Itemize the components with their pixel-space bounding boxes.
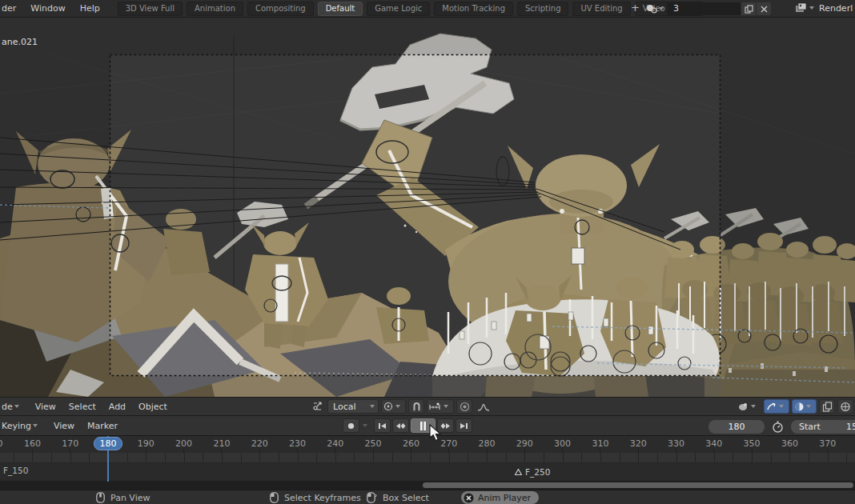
hint-select-keyframes: Select Keyframes — [270, 492, 361, 503]
ruler-frame-label: 300 — [548, 438, 577, 449]
ruler-frame-label: 210 — [207, 438, 236, 449]
ruler-frame-label: 280 — [472, 438, 501, 449]
layout-tab[interactable]: UV Editing — [572, 2, 630, 16]
mouse-middle-icon — [96, 492, 105, 503]
delete-scene-button[interactable] — [756, 2, 771, 15]
record-button[interactable] — [343, 418, 359, 433]
strip-grid-line — [165, 453, 166, 463]
prev-keyframe-button[interactable] — [392, 418, 409, 433]
orientation-select[interactable]: Local — [327, 399, 379, 414]
keyframe-strip[interactable] — [0, 453, 855, 463]
strip-grid-line — [600, 453, 601, 463]
strip-grid-line — [638, 453, 639, 463]
clock-icon[interactable] — [769, 419, 786, 434]
strip-grid-line — [241, 453, 242, 463]
copy-buffer-icon[interactable] — [819, 399, 835, 414]
strip-grid-line — [184, 453, 185, 463]
layout-tab[interactable]: Motion Tracking — [434, 2, 513, 16]
layout-tab[interactable]: Animation — [187, 2, 243, 16]
jump-end-button[interactable] — [456, 418, 472, 433]
layout-tab[interactable]: Scripting — [517, 2, 568, 16]
render-layer-caret-icon[interactable] — [809, 6, 814, 10]
scrollbar-thumb[interactable] — [423, 482, 853, 488]
strip-grid-line — [676, 453, 677, 463]
strip-grid-line — [14, 453, 14, 463]
view3d-menu-object[interactable]: Object — [138, 402, 167, 412]
strip-grid-line — [846, 453, 847, 463]
mouse-left-drag-icon — [367, 492, 377, 503]
scene-name-field[interactable]: 3 — [667, 2, 741, 15]
manipulator-icon[interactable] — [309, 399, 325, 414]
strip-grid-line — [789, 453, 790, 463]
view3d-menu-view[interactable]: View — [35, 402, 56, 412]
strip-grid-line — [127, 453, 128, 463]
add-layout-tab-button[interactable]: + — [631, 2, 640, 14]
orientation-caret-icon — [370, 405, 375, 408]
ruler-frame-label: 190 — [131, 438, 160, 449]
display-mode-select[interactable] — [736, 399, 761, 414]
render-layer-name[interactable]: Renderl — [819, 3, 853, 14]
snap-element-select[interactable] — [427, 399, 454, 414]
ruler-frame-label: 340 — [700, 438, 729, 449]
render-layers-icon[interactable] — [795, 2, 808, 14]
mode-select[interactable]: de — [2, 402, 22, 412]
menu-item[interactable]: der — [2, 3, 16, 14]
view3d-menu-add[interactable]: Add — [109, 402, 126, 412]
shading-caret-icon — [806, 405, 811, 408]
layout-tab[interactable]: Game Logic — [367, 2, 430, 16]
scene-icon[interactable] — [645, 3, 657, 14]
layout-tab[interactable]: Compositing — [247, 2, 314, 16]
viewport-3d[interactable]: ane.021 — [0, 18, 855, 397]
timeline-ruler[interactable]: 180 150160170190200210220230240250260270… — [0, 436, 855, 453]
scene-selector: 3 — [645, 2, 771, 15]
proportional-edit-icon[interactable] — [456, 399, 472, 414]
strip-grid-line — [146, 453, 147, 463]
strip-grid-line — [430, 453, 431, 463]
ruler-frame-label: 220 — [245, 438, 274, 449]
layout-tab[interactable]: 3D View Full — [118, 2, 183, 16]
strip-grid-line — [335, 453, 336, 463]
strip-grid-line — [714, 453, 715, 463]
timeline-scrollbar[interactable] — [0, 481, 855, 490]
strip-grid-line — [506, 453, 507, 463]
shading-sphere-select[interactable] — [792, 399, 817, 414]
jump-start-button[interactable] — [374, 418, 391, 433]
timeline-menu-view[interactable]: View — [54, 421, 74, 431]
pivot-center-select[interactable] — [381, 399, 406, 414]
ruler-frame-label: 160 — [18, 438, 46, 449]
timeline-menu-marker[interactable]: Marker — [87, 421, 118, 431]
menu-item[interactable]: Window — [30, 3, 65, 14]
render-preview-caret-icon — [779, 405, 784, 408]
hint-box-select: Box Select — [367, 492, 429, 503]
record-caret-icon[interactable] — [363, 424, 367, 427]
strip-grid-line — [51, 453, 52, 463]
snap-caret-icon — [444, 405, 448, 408]
strip-grid-line — [620, 453, 620, 463]
ruler-frame-label: 370 — [813, 438, 842, 449]
menu-item[interactable]: Help — [80, 3, 100, 14]
strip-grid-line — [524, 453, 525, 463]
marker-f250[interactable]: F_250 — [515, 467, 550, 477]
strip-grid-line — [70, 453, 71, 463]
scene-caret-icon[interactable] — [659, 7, 664, 10]
keying-set-select[interactable]: Keying — [2, 421, 41, 431]
view3d-menu-select[interactable]: Select — [69, 402, 96, 412]
timeline-track[interactable]: F_150 F_250 — [0, 463, 855, 481]
duplicate-scene-button[interactable] — [741, 2, 756, 15]
ruler-frame-label: 320 — [624, 438, 652, 449]
current-frame-field[interactable]: 180 — [708, 420, 765, 434]
render-preview-toggle[interactable] — [764, 399, 789, 414]
start-frame-field[interactable]: Start150 — [791, 420, 855, 434]
layout-tab[interactable]: Default — [318, 2, 363, 16]
top-menu-bar: derWindowHelp 3D View FullAnimationCompo… — [0, 0, 855, 18]
snap-magnet-icon[interactable] — [408, 399, 424, 414]
falloff-curve-icon[interactable] — [475, 399, 492, 414]
current-frame-badge[interactable]: 180 — [94, 437, 122, 450]
layers-grid-icon[interactable] — [837, 399, 853, 414]
anim-player-chip[interactable]: Anim Player — [461, 491, 539, 504]
strip-grid-line — [544, 453, 544, 463]
timeline-header: Keying View Marker 180 Start150 — [0, 416, 855, 436]
strip-grid-line — [354, 453, 355, 463]
info-menus: derWindowHelp — [0, 3, 100, 14]
marker-f150-label[interactable]: F_150 — [3, 466, 28, 475]
